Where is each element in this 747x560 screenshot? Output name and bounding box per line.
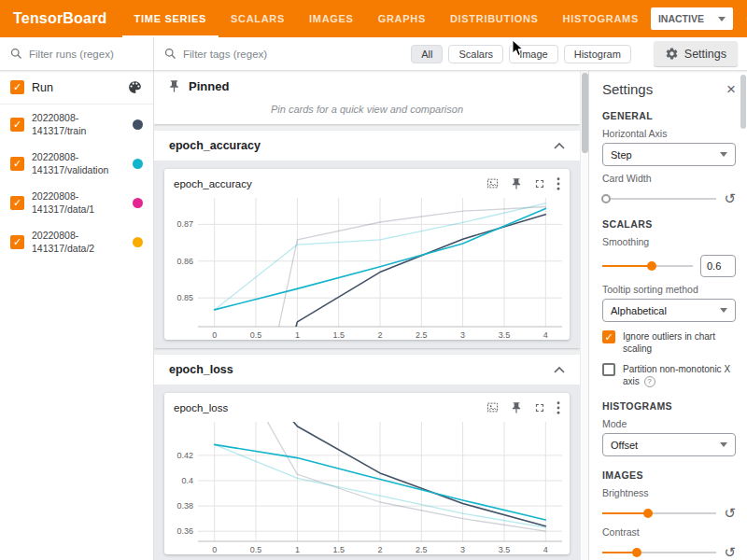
brightness-slider[interactable]	[602, 508, 716, 519]
select-all-runs-checkbox[interactable]: ✓	[10, 80, 24, 94]
section-title: epoch_accuracy	[169, 139, 261, 152]
svg-text:1: 1	[295, 545, 300, 554]
tab-images[interactable]: IMAGES	[297, 0, 366, 37]
chart-card-actions	[486, 400, 560, 414]
palette-icon[interactable]	[127, 79, 143, 95]
svg-text:4: 4	[543, 545, 548, 554]
images-heading: IMAGES	[602, 469, 736, 481]
svg-text:0.85: 0.85	[176, 293, 193, 302]
svg-text:0.4: 0.4	[181, 476, 193, 485]
more-options-icon[interactable]	[557, 177, 560, 190]
chip-histogram[interactable]: Histogram	[564, 45, 631, 63]
settings-scrollbar-thumb[interactable]	[740, 75, 746, 129]
image-fit-icon[interactable]	[486, 400, 500, 414]
horizontal-axis-select[interactable]: Step	[602, 143, 736, 166]
scalar-chart-card: epoch_accuracy 00.511.522.533.540.850.86…	[164, 169, 570, 340]
slider-thumb[interactable]	[643, 509, 653, 518]
run-checkbox[interactable]: ✓	[10, 196, 24, 210]
chevron-up-icon[interactable]	[554, 142, 565, 149]
run-row-data-1[interactable]: ✓ 20220808-141317/data/1	[0, 183, 153, 222]
tags-filter-box: All Scalars Image Histogram	[154, 37, 641, 70]
tab-time-series[interactable]: TIME SERIES	[122, 0, 218, 37]
reload-status-select[interactable]: INACTIVE	[651, 7, 733, 30]
chevron-down-icon	[718, 17, 726, 21]
chevron-down-icon	[720, 442, 727, 447]
fullscreen-icon[interactable]	[533, 177, 546, 190]
chip-all[interactable]: All	[411, 45, 443, 63]
run-checkbox[interactable]: ✓	[10, 235, 24, 249]
epoch-accuracy-chart[interactable]: 00.511.522.533.540.850.860.87	[164, 190, 570, 340]
slider-thumb[interactable]	[601, 194, 611, 203]
contrast-slider[interactable]	[602, 547, 716, 558]
close-icon[interactable]: ×	[726, 81, 736, 97]
status-label: INACTIVE	[658, 13, 704, 24]
pin-icon	[167, 79, 181, 93]
run-row-validation[interactable]: ✓ 20220808-141317/validation	[0, 144, 153, 183]
scrollbar-thumb[interactable]	[582, 73, 588, 153]
chevron-up-icon[interactable]	[554, 366, 565, 373]
histogram-mode-select[interactable]: Offset	[602, 433, 736, 456]
settings-panel: Settings × GENERAL Horizontal Axis Step …	[588, 71, 747, 560]
section-epoch-loss: epoch_loss epoch_loss	[154, 355, 580, 560]
tensorboard-app: TensorBoard TIME SERIES SCALARS IMAGES G…	[0, 0, 747, 560]
more-options-icon[interactable]	[557, 401, 560, 414]
run-checkbox[interactable]: ✓	[10, 118, 24, 132]
run-color-dot	[133, 119, 143, 130]
partition-x-axis-checkbox[interactable]: Partition non-monotonic X axis ?	[602, 363, 736, 387]
svg-text:0.38: 0.38	[176, 501, 193, 511]
smoothing-value-input[interactable]: 0.6	[700, 255, 736, 277]
run-label: 20220808-141317/data/1	[32, 189, 125, 216]
search-icon	[163, 47, 177, 61]
svg-text:3.5: 3.5	[499, 545, 511, 554]
horizontal-axis-label: Horizontal Axis	[602, 128, 736, 139]
brightness-label: Brightness	[602, 487, 736, 498]
checkbox-icon: ✓	[602, 330, 615, 343]
tab-distributions[interactable]: DISTRIBUTIONS	[438, 0, 551, 37]
ignore-outliers-checkbox[interactable]: ✓ Ignore outliers in chart scaling	[602, 330, 736, 355]
run-label: 20220808-141317/data/2	[32, 229, 125, 255]
pin-card-icon[interactable]	[510, 401, 523, 414]
section-header[interactable]: epoch_accuracy	[154, 131, 580, 161]
chip-image[interactable]: Image	[509, 45, 558, 63]
chip-scalars[interactable]: Scalars	[448, 45, 503, 63]
filter-tags-input[interactable]	[183, 49, 286, 60]
pin-card-icon[interactable]	[510, 177, 523, 190]
slider-thumb[interactable]	[632, 548, 641, 557]
filter-runs-input[interactable]	[29, 49, 132, 60]
tooltip-sorting-select[interactable]: Alphabetical	[602, 299, 736, 322]
tab-histograms[interactable]: HISTOGRAMS	[551, 0, 651, 37]
epoch-loss-chart[interactable]: 00.511.522.533.540.360.380.40.42	[164, 414, 570, 554]
slider-thumb[interactable]	[647, 261, 656, 271]
run-row-data-2[interactable]: ✓ 20220808-141317/data/2	[0, 222, 153, 261]
image-fit-icon[interactable]	[486, 176, 500, 190]
reset-icon[interactable]: ↺	[724, 545, 736, 559]
search-icon	[9, 47, 23, 61]
topbar-controls: INACTIVE ?	[651, 0, 747, 37]
help-icon[interactable]: ?	[644, 376, 655, 387]
smoothing-control: 0.6	[602, 255, 736, 277]
reset-icon[interactable]: ↺	[724, 191, 736, 205]
scalars-heading: SCALARS	[602, 218, 736, 230]
tab-graphs[interactable]: GRAPHS	[366, 0, 438, 37]
general-heading: GENERAL	[602, 110, 736, 121]
run-checkbox[interactable]: ✓	[10, 157, 24, 171]
tooltip-sorting-label: Tooltip sorting method	[602, 284, 736, 295]
scalar-chart-card: epoch_loss 00.511.522.533.540.360.380.40…	[164, 393, 570, 554]
svg-text:0.86: 0.86	[176, 257, 193, 266]
run-row-train[interactable]: ✓ 20220808-141317/train	[0, 105, 153, 144]
svg-text:0.5: 0.5	[250, 545, 262, 554]
fullscreen-icon[interactable]	[533, 401, 546, 414]
smoothing-slider[interactable]	[602, 260, 693, 272]
settings-button[interactable]: Settings	[654, 41, 738, 66]
section-header[interactable]: epoch_loss	[154, 355, 580, 385]
reset-icon[interactable]: ↺	[724, 506, 736, 520]
svg-text:3: 3	[460, 545, 465, 554]
svg-text:2.5: 2.5	[416, 330, 428, 340]
chevron-down-icon	[720, 152, 727, 157]
chart-card-actions	[486, 176, 560, 190]
run-label: 20220808-141317/validation	[32, 150, 125, 176]
card-width-slider[interactable]	[602, 193, 716, 204]
chevron-down-icon	[720, 308, 727, 313]
tab-scalars[interactable]: SCALARS	[218, 0, 297, 37]
settings-panel-header: Settings ×	[602, 81, 736, 97]
